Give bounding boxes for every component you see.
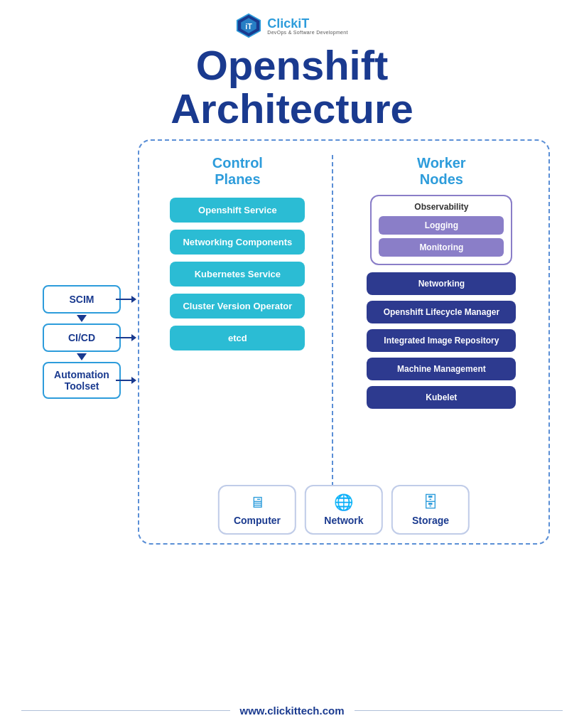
cp-item-openshift-service: Openshift Service (170, 198, 305, 223)
footer-prefix: www. (240, 705, 268, 717)
arrow-down-2 (77, 353, 87, 360)
svg-text:iT: iT (246, 22, 253, 31)
wn-lifecycle: Openshift Lifecycle Manager (367, 301, 516, 323)
footer-suffix: .com (320, 705, 345, 717)
wn-image-repo: Integrated Image Repository (367, 329, 516, 352)
cp-item-cluster-version: Cluster Version Operator (170, 294, 305, 318)
arrow-head-3 (131, 377, 136, 384)
left-side: SCIM CI/CD (43, 139, 121, 545)
cicd-box: CI/CD (43, 323, 121, 352)
automation-box: AutomationToolset (43, 362, 121, 399)
storage-label: Storage (412, 515, 449, 526)
resource-network: 🌐 Network (305, 485, 383, 535)
outer-box: ControlPlanes Openshift Service Networki… (138, 139, 550, 545)
cicd-wrapper: CI/CD (43, 323, 121, 362)
network-icon: 🌐 (334, 493, 353, 512)
logo-click: Click (267, 16, 298, 31)
footer-line-right (355, 710, 563, 712)
cp-item-kubernetes: Kubernetes Service (170, 262, 305, 287)
diagram-inner: SCIM CI/CD (21, 139, 563, 545)
observability-title: Observability (379, 202, 504, 212)
worker-nodes: WorkerNodes Observability Logging Monito… (340, 155, 537, 486)
wn-machine-mgmt: Machine Management (367, 358, 516, 380)
arrow-down-1 (77, 315, 87, 322)
control-planes: ControlPlanes Openshift Service Networki… (151, 155, 333, 486)
network-label: Network (324, 515, 363, 526)
footer-line-left (21, 710, 230, 712)
scim-wrapper: SCIM (43, 285, 121, 323)
footer-brand: clickittech (267, 705, 319, 717)
logo-icon: iT (236, 13, 261, 38)
logo-it: iT (298, 16, 309, 31)
control-planes-title: ControlPlanes (212, 155, 263, 188)
logo-area: iT ClickiT DevOps & Software Development (236, 13, 347, 38)
diagram-area: SCIM CI/CD (21, 139, 563, 697)
automation-label: AutomationToolset (54, 369, 109, 392)
arrow-head (131, 296, 136, 303)
automation-arrow (116, 377, 136, 384)
automation-wrapper: AutomationToolset (43, 362, 121, 399)
cicd-arrow (116, 334, 136, 341)
cp-item-networking: Networking Components (170, 230, 305, 255)
obs-monitoring: Monitoring (379, 238, 504, 257)
arrow-line-3 (116, 380, 131, 381)
scim-arrow (116, 296, 136, 303)
scim-label: SCIM (70, 294, 94, 305)
arrow-line (116, 299, 131, 300)
observability-box: Observability Logging Monitoring (370, 195, 512, 265)
resource-computer: 🖥 Computer (218, 485, 296, 535)
computer-label: Computer (234, 515, 281, 526)
footer-url: www.clickittech.com (230, 705, 355, 717)
computer-icon: 🖥 (249, 493, 265, 512)
worker-nodes-title: WorkerNodes (417, 155, 466, 188)
logo-subtitle: DevOps & Software Development (267, 30, 347, 35)
cp-item-etcd: etcd (170, 326, 305, 350)
header: iT ClickiT DevOps & Software Development… (21, 13, 563, 131)
worker-nodes-items: Networking Openshift Lifecycle Manager I… (346, 272, 537, 409)
arrow-head-2 (131, 334, 136, 341)
scim-box: SCIM (43, 285, 121, 314)
resource-storage: 🗄 Storage (391, 485, 470, 535)
storage-icon: 🗄 (423, 493, 438, 512)
bottom-resources: 🖥 Computer 🌐 Network 🗄 Storage (160, 485, 528, 535)
page-wrapper: iT ClickiT DevOps & Software Development… (0, 0, 584, 728)
arrow-line-2 (116, 337, 131, 338)
page-title: Openshift Architecture (171, 44, 413, 131)
logo-text-block: ClickiT DevOps & Software Development (267, 17, 347, 35)
cicd-label: CI/CD (68, 332, 95, 343)
control-planes-items: Openshift Service Networking Components … (151, 198, 325, 350)
footer: www.clickittech.com (21, 705, 563, 717)
logo-title: ClickiT (267, 17, 309, 30)
wn-kubelet: Kubelet (367, 386, 516, 409)
obs-logging: Logging (379, 216, 504, 235)
wn-networking: Networking (367, 272, 516, 295)
